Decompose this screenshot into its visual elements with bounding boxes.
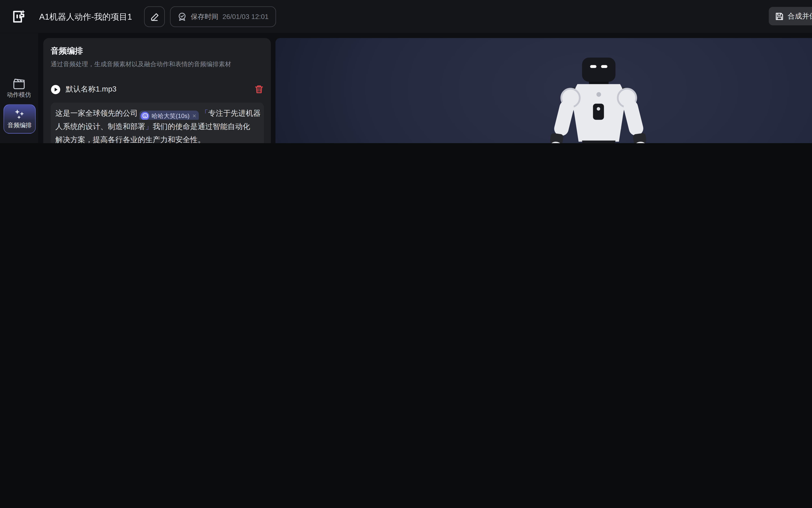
- 3d-viewport[interactable]: Z Y X: [276, 38, 812, 143]
- remove-tag-icon[interactable]: ×: [193, 109, 196, 120]
- panel-subtitle: 通过音频处理，生成音频素材以及融合动作和表情的音频编排素材: [51, 60, 231, 69]
- edit-title-button[interactable]: [144, 6, 165, 27]
- floppy-icon: [775, 12, 783, 20]
- transcript-line: 人系统的设计、制造和部署」我们的使命是通过智能自动化: [55, 120, 261, 133]
- app-root: A1机器人动作-我的项目1 保存时间 26/01/03 12:01 合成并保存 …: [0, 0, 812, 143]
- clapper-icon: [13, 78, 25, 89]
- expression-tag[interactable]: 哈哈大笑(10s)×: [139, 110, 199, 120]
- transcript-line: 这是一家全球领先的公司哈哈大笑(10s)×「专注于先进机器: [55, 107, 261, 120]
- audio-file-name: 默认名称1.mp3: [66, 84, 250, 94]
- app-logo-icon: [10, 8, 28, 25]
- pencil-icon: [150, 12, 159, 21]
- synthesize-save-label: 合成并保存: [788, 11, 812, 21]
- sidebar-item-motion-mimic[interactable]: 动作模仿: [3, 78, 35, 99]
- robot-model[interactable]: [518, 55, 679, 143]
- smiley-icon: [140, 112, 149, 120]
- save-time-label: 保存时间: [191, 12, 218, 22]
- transcript-content: 这是一家全球领先的公司哈哈大笑(10s)×「专注于先进机器人系统的设计、制造和部…: [55, 107, 261, 143]
- panel-title: 音频编排: [51, 46, 83, 56]
- project-title: A1机器人动作-我的项目1: [39, 11, 132, 23]
- audio-arrange-panel: 音频编排 通过音频处理，生成音频素材以及融合动作和表情的音频编排素材 默认名称1…: [43, 38, 271, 143]
- top-bar: A1机器人动作-我的项目1 保存时间 26/01/03 12:01 合成并保存 …: [0, 0, 812, 33]
- transcript-line: 解决方案，提高各行各业的生产力和安全性。: [55, 133, 261, 143]
- sparkles-icon: [13, 108, 26, 120]
- save-time-indicator: 保存时间 26/01/03 12:01: [170, 6, 276, 27]
- save-badge-icon: [177, 12, 187, 22]
- sidebar-nav: 动作模仿音频编排表情库动作库音频库我的任务: [0, 33, 38, 143]
- transcript-editor[interactable]: 这是一家全球领先的公司哈哈大笑(10s)×「专注于先进机器人系统的设计、制造和部…: [51, 102, 264, 143]
- play-audio-button[interactable]: [51, 84, 60, 94]
- synthesize-save-button[interactable]: 合成并保存: [769, 7, 812, 26]
- sidebar-item-audio-arrange[interactable]: 音频编排: [3, 104, 36, 134]
- delete-audio-button[interactable]: [255, 85, 263, 94]
- save-time-value: 26/01/03 12:01: [222, 13, 269, 21]
- audio-file-row: 默认名称1.mp3: [51, 82, 263, 97]
